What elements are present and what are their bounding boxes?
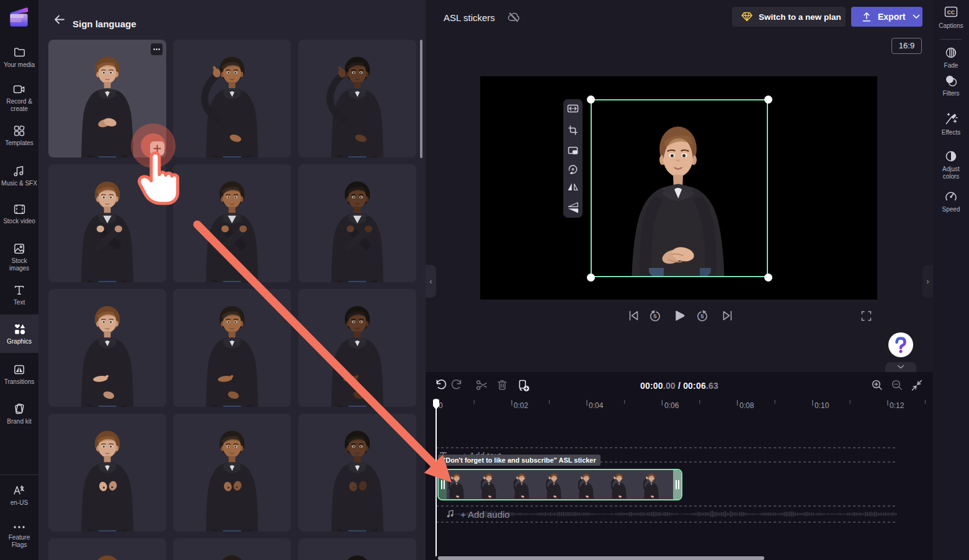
svg-text:5: 5 <box>700 313 704 319</box>
svg-text:CC: CC <box>947 9 955 16</box>
svg-text:5: 5 <box>653 313 657 319</box>
